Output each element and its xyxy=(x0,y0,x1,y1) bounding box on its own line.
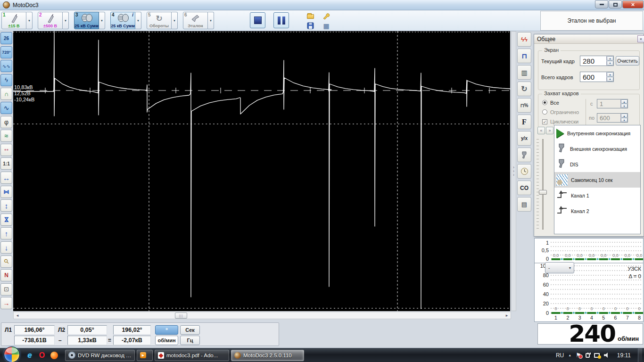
ie-launcher[interactable]: e xyxy=(24,349,36,362)
unit-rpm-button[interactable]: об/мин xyxy=(155,336,178,345)
minimize-button[interactable] xyxy=(595,0,608,8)
left-tool-n-wave-icon[interactable]: N xyxy=(0,269,12,281)
unit-degrees-button[interactable]: ° xyxy=(155,325,178,335)
left-tool-h-compress-icon[interactable]: ⋈ xyxy=(0,186,12,198)
left-tool-export-icon[interactable]: → xyxy=(0,297,12,309)
radio-limited[interactable] xyxy=(542,109,547,115)
panel-header[interactable]: Общее × xyxy=(534,34,644,44)
task-button-3[interactable]: motodoc3.pdf - Ado... xyxy=(155,350,229,361)
spin-down-icon[interactable]: ▼ xyxy=(607,77,613,82)
right-tool-pulse-icon[interactable]: ⊓ xyxy=(517,49,531,63)
power-icon[interactable] xyxy=(586,353,590,358)
tool-dropdown-probe-15v[interactable]: ▼ xyxy=(26,12,33,29)
left-tool-v-expand-icon[interactable]: ↕ xyxy=(0,199,12,212)
scroll-right-icon[interactable]: ▸ xyxy=(503,312,511,319)
tool-button-hv-25kv-sum[interactable]: 325 кВ Сумм xyxy=(74,12,99,29)
tool-dropdown-hv-25kv-sum-i[interactable]: ▼ xyxy=(135,12,141,29)
checkbox-cyclic[interactable]: ✓ xyxy=(542,119,547,124)
right-tool-duty-cycle-icon[interactable]: ⊓% xyxy=(517,98,531,113)
tray-expand-icon[interactable]: ▲ xyxy=(568,354,571,357)
left-tool-shift-up-icon[interactable]: ↑ xyxy=(0,227,12,239)
task-button-1[interactable]: DVD RW дисковод (E... xyxy=(65,350,135,361)
unit-seconds-button[interactable]: Сек xyxy=(180,325,200,335)
sync-item-3[interactable]: DIS xyxy=(554,156,640,172)
tool-dropdown-etalon[interactable]: ▼ xyxy=(208,12,214,29)
right-tool-display-icon[interactable]: ▤ xyxy=(517,197,531,212)
sync-prev-button[interactable]: « xyxy=(537,127,545,134)
opera-launcher[interactable]: O xyxy=(36,349,48,362)
tool-dropdown-probe-500v[interactable]: ▼ xyxy=(63,12,69,29)
save-button[interactable] xyxy=(305,21,316,30)
network-icon[interactable] xyxy=(594,353,600,358)
language-indicator[interactable]: RU xyxy=(556,352,564,359)
volume-icon[interactable] xyxy=(604,352,610,358)
left-tool-balloons-icon[interactable]: ●● xyxy=(0,144,12,156)
radio-all[interactable] xyxy=(542,100,547,105)
left-tool-waves-icon[interactable]: ≈ xyxy=(0,130,12,142)
clear-button[interactable]: Очистить xyxy=(616,56,639,66)
options-button[interactable] xyxy=(321,12,332,21)
left-tool-shift-down-icon[interactable]: ↓ xyxy=(0,241,12,254)
maximize-button[interactable] xyxy=(609,0,622,8)
tool-button-rpm[interactable]: 5↻Обороты xyxy=(147,12,172,29)
task-button-4[interactable]: MotoDoc3 2.5.0.110 xyxy=(231,350,304,361)
right-tool-ratio-icon[interactable]: y/x xyxy=(517,131,531,146)
right-tool-co-gas-icon[interactable]: CO xyxy=(517,181,531,195)
tool-button-etalon[interactable]: 6Эталон xyxy=(183,12,208,29)
chart-hscrollbar[interactable]: ◂ ||| ▸ xyxy=(13,312,511,319)
total-frames-spinner[interactable]: 600 ▲▼ xyxy=(580,72,614,82)
sync-item-6[interactable]: Канал 2 xyxy=(554,203,640,219)
right-tool-screen-wave-icon[interactable]: ▥ xyxy=(517,65,531,80)
total-frames-value[interactable]: 600 xyxy=(580,72,606,82)
left-tool-sine-icon[interactable]: ∿ xyxy=(0,102,12,114)
record-slider-track[interactable] xyxy=(542,139,544,230)
left-tool-v-compress-icon[interactable]: ⋈ xyxy=(0,214,12,226)
spin-up-icon[interactable]: ▲ xyxy=(607,56,613,61)
start-button[interactable] xyxy=(4,346,20,362)
window-titlebar[interactable]: MotoDoc3 xyxy=(0,0,644,10)
task-button-2[interactable]: ▶ xyxy=(137,350,153,361)
firefox-launcher[interactable] xyxy=(48,349,60,362)
left-tool-range-720-icon[interactable]: 720° xyxy=(0,46,12,58)
left-tool-trace-icon[interactable]: ∿∿ xyxy=(0,60,12,72)
sync-item-4[interactable]: Самописец 10 сек xyxy=(554,172,640,188)
left-tool-one-to-one-icon[interactable]: 1:1 xyxy=(0,157,12,170)
report-button[interactable]: ▦ xyxy=(321,21,332,30)
oscilloscope-display[interactable]: 10,83кВ 12,52В -10,24кВ xyxy=(13,31,510,311)
hscroll-thumb[interactable]: ||| xyxy=(175,313,187,319)
tray-clock[interactable]: 19:11 xyxy=(617,352,631,359)
sync-item-1[interactable]: Внутренняя синхронизация xyxy=(554,125,640,141)
left-tool-camera-icon[interactable]: ⊡ xyxy=(0,283,12,296)
chart-mode-combobox[interactable]: - ▼ xyxy=(545,262,574,273)
action-center-icon[interactable]: ⚑ xyxy=(576,352,581,359)
right-tool-clock-icon[interactable] xyxy=(517,164,531,179)
unit-hz-button[interactable]: Гц xyxy=(180,336,200,345)
current-frame-value[interactable]: 280 xyxy=(580,56,606,66)
tool-button-probe-15v[interactable]: 1±15 В xyxy=(1,12,26,29)
spin-down-icon[interactable]: ▼ xyxy=(607,61,613,66)
sync-item-2[interactable]: Внешняя синхронизация xyxy=(554,141,640,156)
stop-button[interactable] xyxy=(250,12,265,28)
pause-button[interactable] xyxy=(273,12,289,28)
left-tool-pulse-26-icon[interactable]: 26 xyxy=(0,32,12,44)
record-slider-thumb[interactable] xyxy=(539,190,547,195)
left-tool-spark-wave-icon[interactable]: ϟ xyxy=(0,74,12,86)
show-desktop-button[interactable] xyxy=(638,348,642,362)
sync-next-button[interactable]: » xyxy=(546,127,553,134)
left-tool-dwell-arc-icon[interactable]: ∩ xyxy=(0,88,12,100)
panel-splitter[interactable]: › › › xyxy=(511,31,516,311)
tool-dropdown-rpm[interactable]: ▼ xyxy=(172,12,178,29)
right-tool-function-f-icon[interactable]: F xyxy=(517,115,531,129)
right-tool-repeat-icon[interactable]: ↻ xyxy=(517,82,531,96)
open-file-button[interactable] xyxy=(305,12,316,21)
tool-dropdown-hv-25kv-sum[interactable]: ▼ xyxy=(99,12,105,29)
close-button[interactable]: × xyxy=(622,0,644,8)
right-tool-spark-test-icon[interactable]: ϟϟ xyxy=(517,32,531,47)
tool-button-hv-25kv-sum-i[interactable]: 4i25 кВ Сумм xyxy=(110,12,135,29)
spin-up-icon[interactable]: ▲ xyxy=(607,72,613,77)
left-tool-phase-phi-icon[interactable]: φ xyxy=(0,116,12,128)
sync-item-5[interactable]: Канал 1 xyxy=(554,188,640,203)
left-tool-h-expand-icon[interactable]: ↔ xyxy=(0,172,12,184)
panel-close-button[interactable]: × xyxy=(637,35,644,42)
tool-button-probe-500v[interactable]: 2±500 В xyxy=(38,12,63,29)
